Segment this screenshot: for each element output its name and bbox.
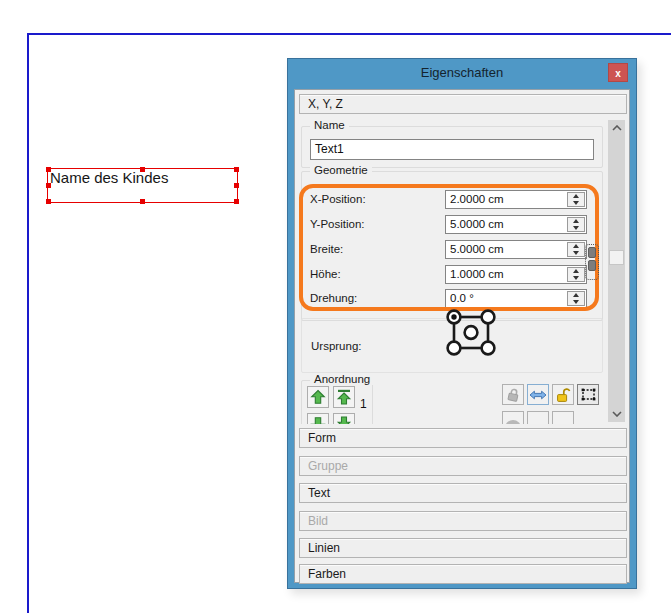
tool-button-clipped[interactable]: [527, 411, 549, 424]
up-triangle-icon: [573, 269, 579, 273]
lock-disabled-button: [502, 384, 524, 405]
resize-handle[interactable]: [46, 199, 51, 204]
height-row: Höhe: 1.0000 cm: [301, 265, 603, 284]
width-label: Breite:: [310, 240, 343, 259]
y-position-spinner: [567, 217, 585, 232]
scroll-up-button[interactable]: [608, 120, 625, 136]
width-input[interactable]: 5.0000 cm: [445, 240, 587, 259]
chain-link-bottom: [588, 260, 596, 271]
dialog-panel: X, Y, Z Name Text1 Geometrie X-Position:: [294, 89, 630, 583]
bring-to-front-icon: [336, 389, 352, 405]
spin-down-button[interactable]: [568, 299, 584, 306]
resize-handle[interactable]: [46, 183, 51, 188]
scroll-up-icon: [612, 125, 622, 131]
section-form[interactable]: Form: [299, 428, 627, 448]
section-linien-label: Linien: [308, 541, 340, 555]
flip-horizontal-button[interactable]: [527, 384, 549, 405]
lower-button[interactable]: [307, 413, 329, 424]
lock-disabled-icon: [505, 387, 521, 403]
arrangement-group-label: Anordnung: [310, 373, 374, 385]
name-group-label: Name: [310, 119, 349, 131]
resize-handle[interactable]: [140, 199, 145, 204]
up-triangle-icon: [573, 194, 579, 198]
origin-label: Ursprung:: [311, 337, 362, 356]
tool-button-clipped[interactable]: [502, 411, 524, 424]
section-linien[interactable]: Linien: [299, 538, 627, 558]
x-position-value: 2.0000 cm: [450, 191, 504, 208]
properties-scroll-viewport: Name Text1 Geometrie X-Position: 2.0000 …: [298, 118, 628, 424]
down-triangle-icon: [573, 201, 579, 205]
rotation-spinner: [567, 291, 585, 306]
page-top-rule: [27, 33, 671, 35]
selection-frame-button[interactable]: [577, 384, 599, 405]
y-position-value: 5.0000 cm: [450, 216, 504, 233]
section-farben[interactable]: Farben: [299, 564, 627, 584]
section-form-label: Form: [308, 431, 336, 445]
spin-down-button[interactable]: [568, 200, 584, 207]
design-canvas-page: Name des Kindes Eigenschaften x X, Y, Z …: [0, 0, 671, 614]
height-input[interactable]: 1.0000 cm: [445, 265, 587, 284]
geometry-group-label: Geometrie: [310, 164, 372, 176]
tab-xyz-label: X, Y, Z: [308, 97, 343, 111]
y-position-label: Y-Position:: [310, 215, 365, 234]
origin-selector[interactable]: [443, 308, 499, 362]
gray-tool-icon: [505, 414, 521, 425]
resize-handle[interactable]: [46, 167, 51, 172]
section-text-label: Text: [308, 486, 330, 500]
scroll-down-icon: [612, 411, 622, 417]
resize-handle[interactable]: [234, 167, 239, 172]
send-to-back-icon: [336, 416, 352, 424]
down-triangle-icon: [573, 226, 579, 230]
section-gruppe-label: Gruppe: [308, 459, 348, 473]
x-position-label: X-Position:: [310, 190, 366, 209]
rotation-value: 0.0 °: [450, 290, 474, 307]
up-triangle-icon: [573, 219, 579, 223]
link-size-icon[interactable]: [585, 244, 599, 280]
scroll-down-button[interactable]: [608, 406, 625, 422]
y-position-row: Y-Position: 5.0000 cm: [301, 215, 603, 234]
section-farben-label: Farben: [308, 567, 346, 581]
resize-handle[interactable]: [234, 183, 239, 188]
rotation-input[interactable]: 0.0 °: [445, 289, 587, 308]
origin-selector-graphic: [443, 308, 499, 358]
gray-frame-icon: [555, 414, 571, 425]
section-text[interactable]: Text: [299, 483, 627, 503]
bring-to-front-button[interactable]: [333, 386, 355, 408]
height-spinner: [567, 267, 585, 282]
spin-down-button[interactable]: [568, 250, 584, 257]
rotation-row: Drehung: 0.0 °: [301, 289, 603, 308]
chain-link-top: [588, 247, 596, 258]
height-label: Höhe:: [310, 265, 341, 284]
name-group: Name Text1: [301, 126, 603, 168]
unlock-button[interactable]: [552, 384, 574, 405]
send-to-back-button[interactable]: [333, 413, 355, 424]
height-value: 1.0000 cm: [450, 266, 504, 283]
name-input[interactable]: Text1: [310, 139, 594, 160]
x-position-input[interactable]: 2.0000 cm: [445, 190, 587, 209]
vertical-scrollbar[interactable]: [608, 120, 625, 422]
down-triangle-icon: [573, 276, 579, 280]
page-left-rule: [27, 33, 29, 613]
blue-arrow-icon: [530, 414, 546, 425]
section-bild: Bild: [299, 511, 627, 531]
tab-xyz[interactable]: X, Y, Z: [299, 94, 627, 114]
resize-handle[interactable]: [234, 199, 239, 204]
x-position-row: X-Position: 2.0000 cm: [301, 190, 603, 209]
rotation-label: Drehung:: [310, 289, 357, 308]
raise-button[interactable]: [307, 386, 329, 408]
spin-down-button[interactable]: [568, 225, 584, 232]
width-spinner: [567, 242, 585, 257]
z-order-value: 1: [360, 397, 367, 411]
scrollbar-thumb[interactable]: [609, 250, 624, 265]
close-icon[interactable]: x: [608, 63, 628, 82]
width-value: 5.0000 cm: [450, 241, 504, 258]
raise-icon: [310, 389, 326, 405]
down-triangle-icon: [573, 300, 579, 304]
unlock-open-icon: [555, 387, 571, 403]
tool-button-clipped[interactable]: [552, 411, 574, 424]
resize-handle[interactable]: [140, 167, 145, 172]
up-triangle-icon: [573, 244, 579, 248]
selected-text-object[interactable]: Name des Kindes: [47, 168, 238, 203]
spin-down-button[interactable]: [568, 275, 584, 282]
y-position-input[interactable]: 5.0000 cm: [445, 215, 587, 234]
